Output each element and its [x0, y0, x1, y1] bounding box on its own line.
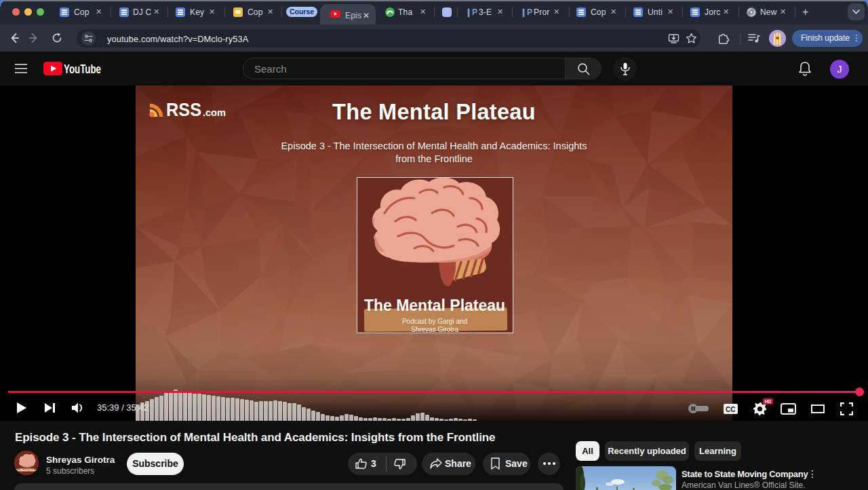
svg-text:The Mental Plateau: The Mental Plateau — [16, 469, 38, 472]
svg-text:CC: CC — [726, 406, 735, 413]
svg-text:YouTube: YouTube — [64, 62, 101, 75]
